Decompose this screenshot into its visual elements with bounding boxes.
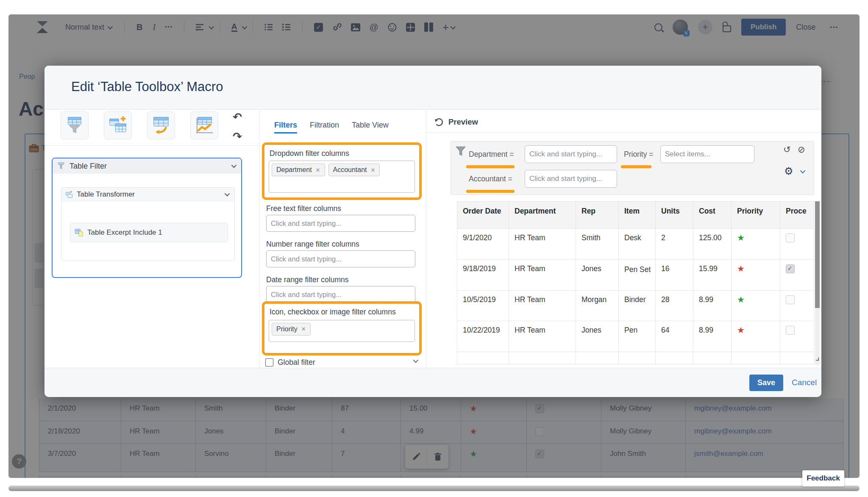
- checkbox[interactable]: [786, 264, 795, 273]
- checkbox[interactable]: [786, 295, 795, 304]
- chip-remove-icon[interactable]: ✕: [371, 167, 376, 173]
- table-cell: Morgan: [576, 291, 619, 321]
- disable-filters-icon[interactable]: ⊘: [798, 145, 805, 154]
- dropdown-filter-chipbox[interactable]: Department ✕ Accountant ✕: [269, 161, 415, 193]
- chip-remove-icon[interactable]: ✕: [301, 326, 306, 332]
- feedback-button[interactable]: Feedback: [802, 470, 844, 486]
- date-range-filter-label: Date range filter columns: [266, 275, 349, 284]
- table-filter-node-header[interactable]: Table Filter: [53, 158, 241, 174]
- star-icon: ★: [737, 264, 745, 273]
- freetext-filter-input[interactable]: [266, 215, 415, 232]
- freetext-filter-label: Free text filter columns: [266, 204, 341, 213]
- checkbox[interactable]: [786, 233, 795, 242]
- pivot-table-tool-button[interactable]: [147, 111, 175, 139]
- table-transformer-node[interactable]: Table Transformer Table Excerpt Include …: [61, 187, 235, 261]
- priority-orange-underline: [621, 165, 651, 168]
- column-header[interactable]: Units: [656, 202, 693, 229]
- chevron-down-icon[interactable]: [231, 163, 237, 168]
- table-cell: Pen: [619, 321, 656, 352]
- redo-button[interactable]: ↷: [230, 129, 245, 144]
- global-filter-row: Global filter: [265, 358, 315, 367]
- icon-filter-label: Icon, checkbox or image filter columns: [270, 307, 413, 317]
- column-header[interactable]: Cost: [693, 202, 732, 229]
- tab-filters[interactable]: Filters: [274, 121, 297, 133]
- preview-table-row: 10/5/2019 HR Team Morgan Binder 28 8.99 …: [457, 291, 814, 321]
- table-cell: 64: [656, 321, 693, 352]
- table-excerpt-include-node[interactable]: Table Excerpt Include 1: [70, 223, 228, 242]
- priority-cell: ★: [732, 260, 780, 291]
- tab-filtration[interactable]: Filtration: [310, 121, 339, 133]
- date-range-filter-input[interactable]: [266, 286, 415, 303]
- gear-icon[interactable]: ⚙: [784, 166, 793, 176]
- panel-divider: [259, 109, 260, 368]
- chevron-down-icon[interactable]: [800, 168, 806, 174]
- funnel-icon: [57, 162, 65, 170]
- table-cell: Jones: [576, 260, 619, 291]
- column-header[interactable]: Rep: [576, 202, 619, 229]
- undo-button[interactable]: ↶: [230, 110, 245, 124]
- preview-scrollbar[interactable]: [815, 201, 820, 365]
- global-filter-checkbox[interactable]: [265, 358, 273, 367]
- table-cell: 15.99: [693, 260, 732, 291]
- table-cell: HR Team: [509, 260, 576, 291]
- number-range-filter-label: Number range filter columns: [266, 240, 359, 249]
- column-header[interactable]: Priority: [732, 202, 780, 229]
- chart-tool-button[interactable]: [190, 111, 218, 139]
- table-cell: 9/1/2020: [457, 229, 509, 260]
- table-cell: HR Team: [509, 321, 576, 352]
- preview-priority-input[interactable]: [660, 145, 754, 163]
- priority-cell: ★: [732, 321, 780, 352]
- scroll-down-icon[interactable]: [413, 358, 419, 363]
- number-range-filter-input[interactable]: [266, 250, 415, 267]
- preview-table-row: 9/18/2019 HR Team Jones Pen Set 16 15.99…: [457, 260, 814, 291]
- processed-cell: [780, 260, 814, 291]
- table-filter-tool-button[interactable]: [61, 111, 89, 139]
- column-header[interactable]: Item: [619, 202, 656, 229]
- table-cell: 10/5/2019: [457, 291, 509, 321]
- star-icon: ★: [737, 295, 745, 304]
- table-cell: 9/18/2019: [457, 260, 509, 291]
- table-transformer-tool-button[interactable]: [104, 111, 132, 139]
- preview-table-partial-row: [457, 352, 814, 364]
- save-button[interactable]: Save: [749, 375, 783, 391]
- icon-filter-chipbox[interactable]: Priority ✕: [269, 320, 415, 342]
- reset-filters-icon[interactable]: ↺: [783, 145, 791, 154]
- table-cell: 28: [656, 291, 693, 321]
- preview-table: Order Date Department Rep Item Units Cos…: [457, 201, 814, 366]
- preview-department-input[interactable]: [525, 145, 617, 163]
- chip-remove-icon[interactable]: ✕: [316, 167, 320, 173]
- table-transformer-node-header[interactable]: Table Transformer: [61, 188, 234, 201]
- transformer-icon: [65, 191, 73, 198]
- preview-department-label: Department =: [469, 150, 514, 159]
- table-cell: 125.00: [693, 229, 732, 260]
- chip-label: Accountant: [333, 166, 367, 174]
- column-header[interactable]: Order Date: [457, 202, 509, 229]
- filter-chip: Accountant ✕: [328, 164, 380, 176]
- table-cell: Jones: [576, 321, 619, 352]
- checkbox[interactable]: [786, 326, 795, 335]
- window-bottom-bar: [8, 486, 860, 491]
- table-cell: HR Team: [509, 291, 576, 321]
- preview-title: Preview: [448, 117, 478, 127]
- star-icon: ★: [737, 325, 745, 335]
- preview-scrollbar-thumb[interactable]: [815, 201, 820, 308]
- star-icon: ★: [737, 233, 745, 242]
- chevron-down-icon[interactable]: [225, 191, 230, 197]
- preview-accountant-input[interactable]: [525, 170, 617, 188]
- table-filter-node[interactable]: Table Filter Table Transformer: [52, 158, 242, 278]
- preview-accountant-label: Accountant =: [469, 175, 512, 183]
- tab-table-view[interactable]: Table View: [352, 121, 389, 133]
- scroll-down-icon[interactable]: [816, 358, 819, 361]
- processed-cell: [780, 291, 814, 321]
- icon-filter-highlight: Icon, checkbox or image filter columns P…: [262, 301, 422, 355]
- table-cell: 10/22/2019: [457, 321, 509, 352]
- preview-table-header-row: Order Date Department Rep Item Units Cos…: [457, 202, 814, 229]
- preview-filter-bar: Department = Priority = Accountant = ↺ ⊘…: [451, 141, 814, 195]
- column-header[interactable]: Department: [509, 202, 576, 229]
- priority-cell: ★: [732, 291, 780, 321]
- preview-divider: [426, 132, 821, 133]
- priority-cell: ★: [732, 229, 780, 260]
- cancel-button[interactable]: Cancel: [792, 378, 817, 387]
- column-header[interactable]: Proce: [780, 202, 814, 229]
- refresh-icon[interactable]: [434, 117, 444, 127]
